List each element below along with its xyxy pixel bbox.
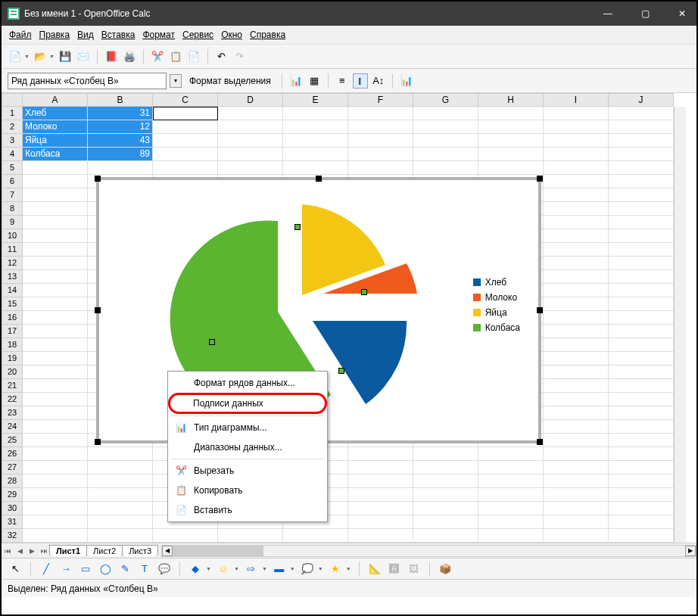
cell[interactable]: [348, 515, 413, 529]
callout-icon[interactable]: 💬: [157, 562, 172, 577]
save-icon[interactable]: 💾: [58, 49, 73, 64]
cell[interactable]: [609, 502, 674, 515]
data-point-handle[interactable]: [338, 368, 344, 374]
cell[interactable]: [478, 515, 544, 529]
cell[interactable]: [544, 338, 609, 352]
row-header[interactable]: 18: [2, 338, 23, 352]
cell[interactable]: [23, 352, 88, 366]
cell[interactable]: [609, 120, 674, 134]
vgrid-icon[interactable]: ⫿: [353, 73, 368, 89]
row-header[interactable]: 3: [2, 134, 23, 148]
row-header[interactable]: 16: [2, 311, 23, 325]
cell[interactable]: [544, 366, 609, 379]
cell[interactable]: [283, 529, 348, 543]
col-header-j[interactable]: J: [609, 93, 674, 107]
cell[interactable]: [88, 161, 153, 175]
row-header[interactable]: 21: [2, 379, 23, 393]
cell[interactable]: [544, 134, 609, 148]
ctx-cut[interactable]: ✂️ Вырезать: [168, 461, 327, 481]
block-arrows-icon[interactable]: ⇨: [244, 562, 259, 577]
cell[interactable]: [609, 474, 674, 488]
cell[interactable]: [283, 161, 348, 175]
cell[interactable]: [544, 461, 609, 474]
legend-item[interactable]: Яйца: [473, 307, 520, 318]
cell[interactable]: [609, 107, 674, 120]
scroll-right-button[interactable]: ▶: [685, 546, 696, 556]
cell[interactable]: [153, 161, 218, 175]
cell[interactable]: [544, 379, 609, 393]
cell[interactable]: [544, 474, 609, 488]
paste-icon[interactable]: 📄: [186, 49, 201, 64]
resize-handle-n[interactable]: [316, 176, 322, 182]
col-header-b[interactable]: B: [88, 93, 153, 107]
cell[interactable]: Яйца: [23, 134, 88, 148]
cell[interactable]: [348, 148, 413, 161]
tab-nav-first[interactable]: ⏮: [2, 547, 14, 555]
row-header[interactable]: 17: [2, 325, 23, 338]
format-selection-button[interactable]: Формат выделения: [189, 76, 271, 86]
menu-insert[interactable]: Вставка: [101, 30, 136, 40]
cell[interactable]: [609, 175, 674, 188]
cell[interactable]: [544, 434, 609, 447]
cell[interactable]: [609, 447, 674, 461]
col-header-a[interactable]: A: [23, 93, 88, 107]
cell[interactable]: [153, 107, 218, 120]
cell[interactable]: [218, 529, 283, 543]
cell[interactable]: [609, 311, 674, 325]
cell[interactable]: 31: [88, 107, 153, 120]
cell[interactable]: [609, 134, 674, 148]
row-header[interactable]: 26: [2, 447, 23, 461]
open-icon[interactable]: 📂: [33, 49, 48, 64]
scroll-thumb[interactable]: [173, 546, 263, 556]
cell[interactable]: [153, 120, 218, 134]
cell[interactable]: [544, 284, 609, 297]
cell[interactable]: [23, 461, 88, 474]
cell[interactable]: [283, 148, 348, 161]
cell[interactable]: [283, 134, 348, 148]
cell[interactable]: [218, 148, 283, 161]
cell[interactable]: [153, 529, 218, 543]
row-header[interactable]: 15: [2, 297, 23, 311]
cell[interactable]: [218, 161, 283, 175]
arrow-icon[interactable]: →: [58, 562, 73, 577]
cell[interactable]: [23, 311, 88, 325]
cell[interactable]: [23, 515, 88, 529]
cell[interactable]: [153, 134, 218, 148]
col-header-d[interactable]: D: [218, 93, 283, 107]
cell[interactable]: [544, 107, 609, 120]
col-header-f[interactable]: F: [348, 93, 413, 107]
legend-item[interactable]: Молоко: [473, 292, 520, 303]
cell[interactable]: [544, 257, 609, 270]
cell[interactable]: [609, 202, 674, 216]
cell[interactable]: [23, 529, 88, 543]
line-icon[interactable]: ╱: [39, 562, 54, 577]
row-header[interactable]: 12: [2, 257, 23, 270]
basic-shapes-icon[interactable]: ◆: [188, 562, 203, 577]
vertical-scrollbar[interactable]: [674, 107, 686, 543]
cell[interactable]: [23, 393, 88, 406]
cell[interactable]: [544, 120, 609, 134]
name-box[interactable]: Ряд данных «Столбец B»: [8, 73, 167, 89]
cell[interactable]: [283, 107, 348, 120]
menu-window[interactable]: Окно: [221, 30, 242, 40]
name-box-dropdown[interactable]: ▾: [170, 74, 182, 88]
menu-edit[interactable]: Правка: [39, 30, 70, 40]
cell[interactable]: [413, 502, 478, 515]
pdf-icon[interactable]: 📕: [104, 49, 119, 64]
email-icon[interactable]: ✉️: [76, 49, 91, 64]
cell[interactable]: [478, 461, 544, 474]
close-button[interactable]: ✕: [674, 8, 690, 19]
cell[interactable]: [544, 529, 609, 543]
cell[interactable]: [348, 529, 413, 543]
cell[interactable]: [609, 515, 674, 529]
cell[interactable]: [478, 502, 544, 515]
cell[interactable]: [609, 297, 674, 311]
cell[interactable]: [544, 243, 609, 257]
cell[interactable]: [413, 447, 478, 461]
cell[interactable]: [23, 270, 88, 284]
cell[interactable]: [544, 447, 609, 461]
row-header[interactable]: 23: [2, 406, 23, 420]
row-header[interactable]: 22: [2, 393, 23, 406]
chart-type-icon[interactable]: 📊: [288, 73, 304, 89]
cell[interactable]: [348, 488, 413, 502]
